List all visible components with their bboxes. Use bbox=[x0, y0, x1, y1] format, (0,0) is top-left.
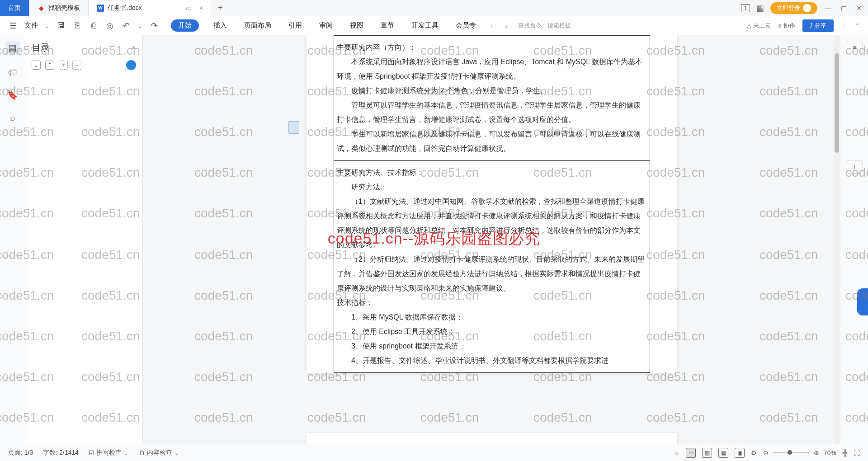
menu-dev[interactable]: 开发工具 bbox=[409, 19, 441, 32]
more-icon[interactable]: ⋮ bbox=[841, 22, 847, 29]
fit-icon[interactable]: ╬ bbox=[843, 449, 847, 456]
panel-toggle-icon[interactable]: ≡ bbox=[847, 41, 863, 54]
menu-icon[interactable]: ☰ bbox=[8, 21, 18, 31]
menu-insert[interactable]: 插入 bbox=[211, 19, 230, 32]
view-web-icon[interactable]: ▦ bbox=[718, 448, 728, 458]
paragraph: 技术指标： bbox=[337, 296, 647, 310]
redo-icon[interactable]: ↷ bbox=[149, 21, 159, 31]
search-icon[interactable]: ⌕ bbox=[505, 22, 508, 29]
menu-start[interactable]: 开始 bbox=[171, 19, 199, 32]
view-read-icon[interactable]: ▣ bbox=[735, 448, 745, 458]
page-indicator[interactable]: 页面: 1/3 bbox=[8, 449, 33, 457]
content-check[interactable]: 🗋内容检查⌄ bbox=[139, 449, 179, 457]
menu-chapter[interactable]: 章节 bbox=[378, 19, 397, 32]
expand-icon[interactable]: ⌃ bbox=[854, 22, 860, 29]
content-label: 内容检查 bbox=[147, 449, 172, 457]
menu-bar: 开始 插入 页面布局 引用 审阅 视图 章节 开发工具 会员专 › bbox=[171, 19, 493, 32]
menu-ref[interactable]: 引用 bbox=[286, 19, 305, 32]
settings-gear-icon[interactable]: ⚙ bbox=[751, 449, 757, 456]
bookmark-rail-icon[interactable]: 🔖 bbox=[7, 89, 18, 100]
ai-icon[interactable] bbox=[126, 60, 136, 70]
undo-icon[interactable]: ↶ bbox=[121, 21, 131, 31]
close-button[interactable]: ✕ bbox=[854, 5, 863, 12]
menu-review[interactable]: 审阅 bbox=[316, 19, 335, 32]
cloud-status[interactable]: △未上云 bbox=[747, 22, 771, 30]
status-bar: 页面: 1/3 字数: 2/1414 ☑拼写检查⌄ 🗋内容检查⌄ ☼ ▭ ▥ ▦… bbox=[0, 444, 868, 461]
scrollbar[interactable] bbox=[834, 35, 840, 444]
word-icon: W bbox=[97, 5, 104, 12]
section-1: 主要研究内容（方向）： 本系统采用面向对象程序设计语言 Java，应用 Ecli… bbox=[334, 36, 650, 161]
view-outline-icon[interactable]: ▥ bbox=[702, 448, 712, 458]
zoom-thumb[interactable] bbox=[788, 450, 792, 455]
zoom-value: 70% bbox=[824, 449, 836, 456]
section-title: 主要研究内容（方向）： bbox=[337, 40, 647, 55]
outline-title: 目录 × bbox=[32, 42, 136, 54]
tab-window-icon[interactable]: ▭ bbox=[186, 5, 192, 12]
remove-icon[interactable]: − bbox=[72, 61, 81, 70]
spell-label: 拼写检查 bbox=[96, 449, 122, 457]
paragraph: 学生可以新增居家信息以及健康打卡信息，可以发布留言，可以申请返校，可以在线健康测… bbox=[337, 127, 647, 156]
outline-title-text: 目录 bbox=[32, 42, 50, 54]
preview-icon[interactable]: ◎ bbox=[105, 21, 115, 31]
avatar-icon bbox=[803, 4, 811, 12]
search-input[interactable]: 查找命令、搜索模板 bbox=[518, 22, 571, 30]
search-rail-icon[interactable]: ⌕ bbox=[7, 112, 18, 123]
tab-label: 找稻壳模板 bbox=[48, 4, 80, 12]
toolbar: ☰ 文件 ⌄ 🖫 ⎘ ⎙ ◎ ↶ ⌄ ↷ 开始 插入 页面布局 引用 审阅 视图… bbox=[0, 16, 868, 35]
watermark-big: code51.cn--源码乐园盗图必究 bbox=[328, 228, 541, 249]
left-rail: ▤ 🏷 🔖 ⌕ bbox=[0, 35, 25, 444]
outline-tools: ⌄ ⌃ + − bbox=[32, 60, 136, 70]
close-icon[interactable]: × bbox=[199, 4, 203, 12]
view-page-icon[interactable]: ▭ bbox=[686, 448, 696, 458]
new-icon[interactable]: ⎘ bbox=[72, 21, 82, 31]
outline-panel: 目录 × ⌄ ⌃ + − bbox=[25, 35, 143, 444]
tab-home[interactable]: 首页 bbox=[0, 0, 29, 16]
share-icon: ⤴ bbox=[810, 22, 813, 29]
file-menu[interactable]: 文件 bbox=[24, 21, 38, 30]
save-icon[interactable]: 🖫 bbox=[56, 21, 66, 31]
menu-member[interactable]: 会员专 bbox=[453, 19, 479, 32]
list-item: 1、采用 MySQL 数据库保存数据； bbox=[337, 310, 647, 325]
tab-document[interactable]: W 任务书.docx ▭ × bbox=[89, 0, 212, 16]
menu-layout[interactable]: 页面布局 bbox=[241, 19, 274, 32]
zoom-out-icon[interactable]: ⊖ bbox=[763, 449, 769, 456]
maximize-button[interactable]: ▢ bbox=[839, 5, 848, 12]
add-icon[interactable]: + bbox=[59, 61, 68, 70]
print-icon[interactable]: ⎙ bbox=[89, 21, 99, 31]
cloud-label: 未上云 bbox=[753, 22, 771, 30]
doc-side-icon[interactable] bbox=[288, 121, 299, 134]
nav-rail-icon[interactable]: 🏷 bbox=[7, 67, 18, 78]
more-menu-icon[interactable]: › bbox=[491, 22, 493, 30]
paragraph: 管理员可以管理学生的基本信息，管理疫情资讯信息，管理学生居家信息，管理学生的健康… bbox=[337, 98, 647, 127]
brightness-icon[interactable]: ☼ bbox=[674, 449, 679, 456]
collab-icon: ⌾ bbox=[778, 22, 782, 29]
zoom-slider[interactable] bbox=[773, 452, 809, 453]
tab-label: 任务书.docx bbox=[108, 4, 142, 12]
scroll-thumb[interactable] bbox=[835, 53, 839, 153]
add-tab-button[interactable]: + bbox=[212, 3, 228, 13]
expand-icon[interactable]: ⌃ bbox=[45, 61, 54, 70]
outline-rail-icon[interactable]: ▤ bbox=[5, 41, 20, 55]
collab-button[interactable]: ⌾协作 bbox=[778, 22, 795, 30]
add-box-button[interactable]: + bbox=[847, 160, 863, 174]
tab-template[interactable]: ◆ 找稻壳模板 bbox=[29, 0, 89, 16]
layout-1-icon[interactable]: 1 bbox=[741, 4, 750, 12]
share-button[interactable]: ⤴分享 bbox=[802, 19, 834, 32]
list-item: 3、使用 springboot 框架开发系统； bbox=[337, 339, 647, 353]
paragraph: 本系统采用面向对象程序设计语言 Java，应用 Eclipse、Tomcat 和… bbox=[337, 55, 647, 84]
apps-icon[interactable]: ▦ bbox=[756, 3, 764, 13]
cloud-icon: △ bbox=[747, 22, 751, 29]
minimize-button[interactable]: — bbox=[824, 5, 833, 12]
zoom-control[interactable]: ⊖ ⊕ 70% bbox=[763, 449, 836, 456]
word-count[interactable]: 字数: 2/1414 bbox=[43, 449, 79, 457]
collapse-icon[interactable]: ⌄ bbox=[32, 61, 41, 70]
side-tab[interactable] bbox=[857, 288, 868, 315]
spell-check[interactable]: ☑拼写检查⌄ bbox=[89, 449, 129, 457]
paragraph: 疫情打卡健康评测系统分为 2 个角色，分别是管理员，学生。 bbox=[337, 84, 647, 98]
outline-close-icon[interactable]: × bbox=[131, 43, 136, 52]
zoom-in-icon[interactable]: ⊕ bbox=[814, 449, 819, 456]
list-item: 4、开题报告、文件综述、毕业设计说明书、外文翻译等文档都要根据学院要求进 bbox=[337, 353, 647, 368]
menu-view[interactable]: 视图 bbox=[347, 19, 366, 32]
fullscreen-icon[interactable]: ⛶ bbox=[854, 449, 860, 456]
login-button[interactable]: 立即登录 bbox=[770, 2, 817, 14]
